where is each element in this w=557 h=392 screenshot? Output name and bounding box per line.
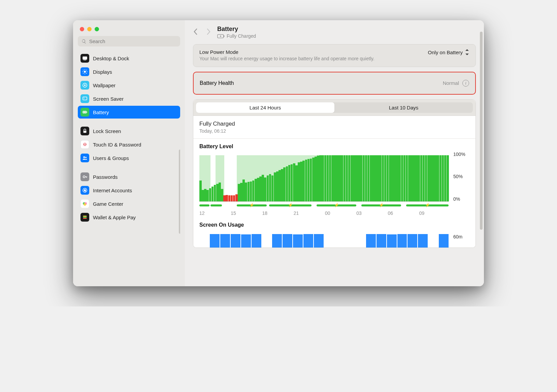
search-field[interactable] [78,36,180,46]
low-power-mode-card: Low Power Mode Your Mac will reduce ener… [193,44,476,67]
svg-rect-18 [84,131,87,133]
page-title: Battery [217,26,256,33]
battery-x-axis: 1215182100030609 [199,210,469,216]
svg-rect-13 [83,97,87,100]
y-50: 50% [451,174,469,179]
sidebar-item-label: Lock Screen [93,128,121,134]
sidebar-item-label: Displays [93,69,112,75]
y-0: 0% [451,196,469,202]
divider [193,138,476,139]
users-groups-icon [80,154,89,162]
svg-rect-33 [224,35,224,37]
sidebar-item-label: Passwords [93,174,118,180]
svg-rect-17 [87,112,87,113]
svg-point-21 [83,176,85,178]
charge-status-time: Today, 06:12 [199,128,469,134]
screen-on-chart: 60m [199,234,469,248]
sidebar-scrollbar[interactable] [179,150,180,234]
svg-point-12 [84,85,86,86]
battery-icon [80,108,89,117]
window-controls [80,27,180,31]
battery-level-chart: ⚡⚡⚡⚡⚡ 100% 50% 0% [199,152,469,207]
minimize-window-button[interactable] [87,27,92,31]
content: Low Power Mode Your Mac will reduce ener… [185,41,484,248]
svg-point-19 [83,156,85,158]
sidebar-item-label: Battery [93,109,109,115]
svg-point-20 [85,157,87,158]
sidebar-item-game-center[interactable]: Game Center [78,197,180,210]
sidebar-item-label: Wallet & Apple Pay [93,215,136,220]
svg-line-9 [83,73,84,74]
sidebar-item-label: Screen Saver [93,96,124,102]
lock-screen-icon [80,127,89,135]
search-input[interactable] [89,38,176,44]
battery-health-label: Battery Health [200,80,234,86]
settings-window: Desktop & Dock Displays Wallpaper Screen… [73,20,484,286]
page-subtitle: Fully Charged [227,33,256,39]
sidebar-item-internet-accounts[interactable]: Internet Accounts [78,184,180,197]
sidebar-item-label: Wallpaper [93,83,116,88]
sidebar-item-label: Internet Accounts [93,188,132,193]
wallpaper-icon [80,81,89,90]
sidebar-item-wallet[interactable]: Wallet & Apple Pay [78,211,180,224]
svg-rect-31 [83,218,87,219]
battery-health-card: Battery Health Normal i [193,72,476,95]
sidebar-list-scroll: Desktop & Dock Displays Wallpaper Screen… [78,52,180,286]
sidebar-item-passwords[interactable]: Passwords [78,170,180,183]
svg-rect-29 [83,216,87,217]
charging-track: ⚡⚡⚡⚡⚡ [199,204,449,207]
passwords-icon [80,172,89,181]
sidebar-item-label: Users & Groups [93,155,129,161]
close-window-button[interactable] [80,27,84,31]
nav-back-button[interactable] [193,28,198,36]
sidebar-item-touch-id[interactable]: Touch ID & Password [78,138,180,151]
battery-status-icon [217,34,225,38]
svg-rect-23 [87,176,87,178]
svg-rect-0 [83,57,87,60]
main-scrollbar[interactable] [480,32,483,230]
usage-card: Last 24 Hours Last 10 Days Fully Charged… [193,99,476,248]
tab-last-24-hours[interactable]: Last 24 Hours [196,102,334,113]
screen-on-bars [199,234,449,248]
page-title-block: Battery Fully Charged [217,26,256,39]
svg-line-8 [86,73,87,74]
screen-on-y-label: 60m [451,234,469,248]
sidebar-list: Desktop & Dock Displays Wallpaper Screen… [78,52,180,224]
screen-saver-icon [80,94,89,103]
sidebar-item-lock-screen[interactable]: Lock Screen [78,125,180,137]
svg-line-7 [83,70,84,70]
battery-level-title: Battery Level [199,143,469,150]
desktop-dock-icon [80,54,89,63]
svg-rect-16 [84,112,86,113]
nav-forward-button[interactable] [206,28,211,36]
time-range-tabs: Last 24 Hours Last 10 Days [193,100,476,116]
svg-point-2 [84,71,86,73]
charge-status-heading: Fully Charged [199,121,469,127]
sidebar: Desktop & Dock Displays Wallpaper Screen… [73,20,185,286]
svg-rect-1 [84,60,87,61]
tab-last-10-days[interactable]: Last 10 Days [334,102,473,113]
zoom-window-button[interactable] [95,27,99,31]
sidebar-item-users-groups[interactable]: Users & Groups [78,152,180,164]
sidebar-item-screen-saver[interactable]: Screen Saver [78,92,180,105]
sidebar-item-desktop-dock[interactable]: Desktop & Dock [78,52,180,65]
battery-health-value: Normal [443,80,459,86]
low-power-mode-select[interactable]: Only on Battery [428,49,469,55]
sidebar-item-label: Desktop & Dock [93,56,129,61]
game-center-icon [80,199,89,208]
svg-line-10 [86,70,87,70]
svg-point-14 [84,98,85,98]
wallet-icon [80,213,89,222]
touch-id-icon [80,140,89,149]
sidebar-item-battery[interactable]: Battery [78,106,180,119]
sidebar-item-displays[interactable]: Displays [78,65,180,78]
low-power-mode-label: Low Power Mode [199,49,374,55]
svg-rect-30 [83,217,87,218]
internet-accounts-icon [80,186,89,195]
header: Battery Fully Charged [185,20,484,41]
sidebar-item-wallpaper[interactable]: Wallpaper [78,79,180,92]
sidebar-item-label: Touch ID & Password [93,142,141,148]
info-icon[interactable]: i [462,80,469,87]
screen-on-title: Screen On Usage [199,222,469,228]
battery-level-bars [199,152,449,202]
